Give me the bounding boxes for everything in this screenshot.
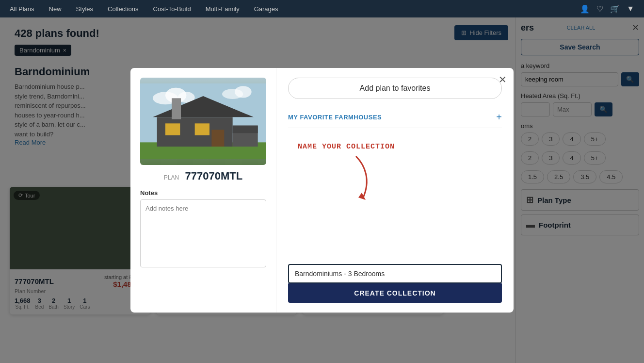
svg-rect-11 <box>195 123 209 135</box>
annotation-arrow <box>327 151 385 205</box>
annotation-text: NAME YOUR COLLECTION <box>298 143 395 151</box>
user-icon[interactable]: 👤 <box>580 4 590 14</box>
create-collection-button[interactable]: CREATE COLLECTION <box>288 283 502 303</box>
collection-plus-icon[interactable]: + <box>496 112 502 123</box>
svg-rect-14 <box>233 126 258 133</box>
cart-icon[interactable]: 🛒 <box>610 4 620 14</box>
nav-item-all-plans[interactable]: All Plans <box>10 5 34 13</box>
modal-plan-number: 777070MTL <box>185 170 243 182</box>
modal-left: PLAN 777070MTL Notes <box>130 68 276 313</box>
svg-rect-10 <box>165 123 180 135</box>
collection-input-area: CREATE COLLECTION <box>288 196 502 303</box>
modal-overlay[interactable]: ✕ <box>0 17 644 363</box>
nav-item-multi-family[interactable]: Multi-Family <box>206 5 240 13</box>
collection-name-input[interactable] <box>288 264 502 283</box>
notes-label: Notes <box>140 189 266 197</box>
heart-icon[interactable]: ♡ <box>596 4 603 14</box>
plan-label-row: PLAN 777070MTL <box>140 170 266 182</box>
svg-point-5 <box>235 86 252 98</box>
navigation: All Plans New Styles Collections Cost-To… <box>0 0 644 17</box>
nav-icons: 👤 ♡ 🛒 ▼ <box>580 4 634 14</box>
nav-item-new[interactable]: New <box>49 5 62 13</box>
add-favorites-button[interactable]: Add plan to favorites <box>288 78 502 99</box>
main-page: 428 plans found! Barndominium × Barndomi… <box>0 17 644 363</box>
modal-house-image <box>140 78 266 165</box>
modal-close-button[interactable]: ✕ <box>499 74 507 85</box>
collection-name: MY FAVORITE FARMHOUSES <box>288 114 382 121</box>
nav-item-cost-to-build[interactable]: Cost-To-Build <box>153 5 191 13</box>
svg-rect-12 <box>211 130 224 147</box>
nav-item-garages[interactable]: Garages <box>254 5 278 13</box>
modal-right: Add plan to favorites MY FAVORITE FARMHO… <box>276 68 514 313</box>
svg-rect-9 <box>172 98 181 119</box>
plan-text: PLAN <box>164 174 179 181</box>
collection-row[interactable]: MY FAVORITE FARMHOUSES + <box>288 107 502 128</box>
notes-textarea[interactable] <box>140 199 266 267</box>
scroll-indicator[interactable]: ▼ <box>627 4 634 14</box>
nav-item-collections[interactable]: Collections <box>108 5 139 13</box>
house-illustration <box>140 78 266 165</box>
nav-item-styles[interactable]: Styles <box>76 5 93 13</box>
modal: ✕ <box>130 68 514 313</box>
